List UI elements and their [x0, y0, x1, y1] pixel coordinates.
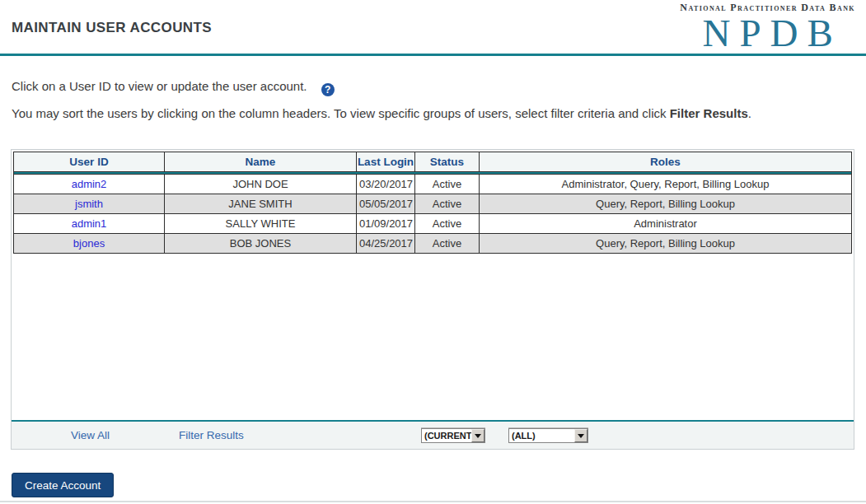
- column-header-status[interactable]: Status: [415, 152, 480, 172]
- page-title: MAINTAIN USER ACCOUNTS: [12, 20, 212, 36]
- instruction-line-2: You may sort the users by clicking on th…: [12, 106, 751, 120]
- instruction-text: Click on a User ID to view or update the…: [12, 79, 307, 93]
- logo-acronym: NPDB: [680, 14, 864, 53]
- user-id-cell: jsmith: [14, 194, 165, 214]
- user-accounts-table: User ID Name Last Login Status Roles adm…: [13, 152, 852, 254]
- instruction-line-1: Click on a User ID to view or update the…: [12, 79, 335, 96]
- filter-results-link[interactable]: Filter Results: [179, 429, 244, 441]
- header-divider: [0, 54, 866, 56]
- user-id-cell: admin1: [14, 214, 165, 234]
- page-bottom-divider: [0, 501, 866, 502]
- table-row: admin2 JOHN DOE 03/20/2017 Active Admini…: [14, 175, 852, 194]
- table-row: jsmith JANE SMITH 05/05/2017 Active Quer…: [14, 194, 852, 214]
- instruction-text: You may sort the users by clicking on th…: [12, 106, 670, 120]
- table-row: admin1 SALLY WHITE 01/09/2017 Active Adm…: [14, 214, 852, 234]
- status-cell: Active: [415, 175, 480, 194]
- status-filter-value: (CURRENT): [422, 431, 471, 441]
- user-id-cell: admin2: [14, 175, 165, 194]
- status-cell: Active: [415, 214, 480, 234]
- last-login-cell: 01/09/2017: [357, 214, 415, 234]
- roles-cell: Query, Report, Billing Lookup: [480, 234, 852, 254]
- npdb-logo: National Practitioner Data Bank NPDB: [680, 2, 855, 53]
- table-header-row: User ID Name Last Login Status Roles: [14, 152, 852, 172]
- name-cell: SALLY WHITE: [165, 214, 357, 234]
- last-login-cell: 05/05/2017: [357, 194, 415, 214]
- roles-cell: Administrator, Query, Report, Billing Lo…: [480, 175, 852, 194]
- user-table-panel: User ID Name Last Login Status Roles adm…: [11, 149, 854, 450]
- roles-cell: Administrator: [480, 214, 852, 234]
- filter-results-emphasis: Filter Results: [670, 106, 748, 120]
- role-filter-select[interactable]: (ALL): [508, 428, 588, 443]
- instruction-text: .: [748, 106, 751, 120]
- name-cell: JANE SMITH: [165, 194, 357, 214]
- status-filter-select[interactable]: (CURRENT): [421, 428, 485, 443]
- status-cell: Active: [415, 194, 480, 214]
- create-account-button[interactable]: Create Account: [12, 473, 114, 497]
- table-row: bjones BOB JONES 04/25/2017 Active Query…: [14, 234, 852, 254]
- user-id-link[interactable]: admin2: [72, 178, 107, 190]
- roles-cell: Query, Report, Billing Lookup: [480, 194, 852, 214]
- last-login-cell: 03/20/2017: [357, 175, 415, 194]
- name-cell: BOB JONES: [165, 234, 357, 254]
- column-header-user-id[interactable]: User ID: [14, 152, 165, 172]
- column-header-name[interactable]: Name: [165, 152, 357, 172]
- user-id-link[interactable]: bjones: [73, 237, 105, 250]
- role-filter-value: (ALL): [509, 431, 536, 441]
- user-id-link[interactable]: jsmith: [75, 198, 103, 210]
- dropdown-arrow-icon[interactable]: [471, 429, 484, 442]
- column-header-last-login[interactable]: Last Login: [357, 152, 415, 172]
- status-cell: Active: [415, 234, 480, 254]
- help-icon[interactable]: ?: [321, 83, 335, 96]
- user-id-link[interactable]: admin1: [72, 217, 107, 230]
- dropdown-arrow-icon[interactable]: [574, 429, 587, 442]
- table-footer: View All Filter Results (CURRENT) (ALL): [12, 420, 854, 449]
- column-header-roles[interactable]: Roles: [480, 152, 852, 172]
- name-cell: JOHN DOE: [165, 175, 357, 194]
- view-all-link[interactable]: View All: [71, 429, 110, 441]
- user-id-cell: bjones: [14, 234, 165, 254]
- last-login-cell: 04/25/2017: [357, 234, 415, 254]
